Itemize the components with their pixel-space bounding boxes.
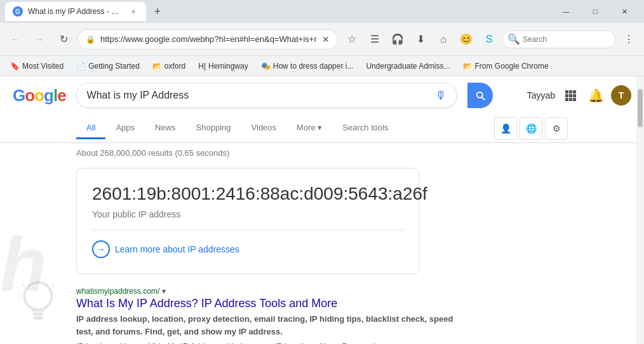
signed-out-icon[interactable]: 👤 bbox=[494, 117, 517, 140]
result-snippet: IP address lookup, location, proxy detec… bbox=[76, 313, 457, 338]
header-right: Tayyab 🔔 T bbox=[527, 85, 631, 106]
results-count: About 268,000,000 results (0.65 seconds) bbox=[76, 148, 568, 158]
active-tab[interactable]: G What is my IP Address - G... × bbox=[5, 2, 146, 21]
title-bar: G What is my IP Address - G... × + — □ ✕ bbox=[0, 0, 644, 23]
tab-favicon: G bbox=[13, 6, 23, 17]
tab-videos[interactable]: Videos bbox=[241, 118, 287, 139]
home-icon[interactable]: ⌂ bbox=[433, 29, 453, 50]
svg-rect-17 bbox=[565, 98, 568, 101]
bookmark-folder-icon: 📂 bbox=[152, 62, 162, 71]
search-button[interactable] bbox=[467, 83, 493, 108]
tab-more[interactable]: More ▾ bbox=[286, 118, 332, 139]
ip-card-divider bbox=[92, 230, 403, 230]
emoji-icon[interactable]: 😊 bbox=[456, 29, 476, 50]
bookmark-h-icon: H| bbox=[198, 62, 206, 71]
scrollbar-thumb[interactable] bbox=[638, 89, 643, 127]
tab-search-tools[interactable]: Search tools bbox=[332, 118, 398, 139]
page-content: h Google 🎙 Tayyab bbox=[0, 76, 644, 344]
svg-rect-11 bbox=[565, 90, 568, 93]
svg-rect-15 bbox=[569, 94, 572, 97]
svg-rect-19 bbox=[573, 98, 576, 101]
minimize-button[interactable]: — bbox=[551, 0, 580, 23]
bookmarks-bar: 🔖 Most Visited 📄 Getting Started 📂 oxfor… bbox=[0, 56, 644, 76]
menu-icon[interactable]: ⋮ bbox=[619, 29, 639, 50]
results-area: About 268,000,000 results (0.65 seconds)… bbox=[0, 143, 644, 344]
scrollbar-track[interactable] bbox=[636, 76, 644, 344]
nav-tabs-container: All Apps News Shopping Videos More ▾ Sea… bbox=[0, 114, 644, 143]
toolbar-icons: ☆ ☰ 🎧 ⬇ ⌂ 😊 S 🔍 ⋮ bbox=[342, 29, 639, 50]
ip-result-card: 2601:19b:8001:2416:88ac:d009:5643:a26f Y… bbox=[76, 168, 419, 274]
download-icon[interactable]: ⬇ bbox=[410, 29, 431, 50]
notifications-button[interactable]: 🔔 bbox=[586, 85, 606, 106]
forward-button[interactable]: → bbox=[29, 29, 50, 50]
search-result-item: whatismyipaddress.com/ ▾ What Is My IP A… bbox=[76, 287, 457, 344]
ip-address-value: 2601:19b:8001:2416:88ac:d009:5643:a26f bbox=[92, 184, 403, 204]
gear-icon[interactable]: ⚙ bbox=[545, 117, 568, 140]
refresh-icon[interactable]: ✕ bbox=[322, 34, 330, 45]
bookmark-from-chrome[interactable]: 📂 From Google Chrome bbox=[458, 60, 554, 72]
bookmark-dapper[interactable]: 🎭 How to dress dapper i... bbox=[256, 60, 359, 72]
location-icon[interactable]: 🌐 bbox=[520, 117, 542, 140]
address-bar: ← → ↻ 🔒 ✕ ☆ ☰ 🎧 ⬇ ⌂ 😊 S 🔍 ⋮ bbox=[0, 23, 644, 56]
user-name: Tayyab bbox=[527, 90, 555, 100]
new-tab-button[interactable]: + bbox=[149, 3, 166, 20]
bookmark-oxford[interactable]: 📂 oxford bbox=[147, 60, 191, 72]
bookmark-undergraduate[interactable]: Undergraduate Admiss... bbox=[361, 60, 455, 72]
svg-rect-12 bbox=[569, 90, 572, 93]
result-dropdown-arrow[interactable]: ▾ bbox=[162, 287, 166, 296]
tab-apps[interactable]: Apps bbox=[105, 118, 145, 139]
bookmark-most-visited[interactable]: 🔖 Most Visited bbox=[5, 60, 69, 72]
bookmark-icon: 🔖 bbox=[10, 62, 20, 71]
arrow-circle-icon: → bbox=[92, 240, 110, 258]
url-bar[interactable]: 🔒 ✕ bbox=[77, 29, 338, 50]
window-controls: — □ ✕ bbox=[551, 0, 639, 23]
bookmark-icon: 📄 bbox=[76, 62, 86, 71]
maximize-button[interactable]: □ bbox=[580, 0, 610, 23]
tab-all[interactable]: All bbox=[76, 118, 105, 139]
svg-rect-16 bbox=[573, 94, 576, 97]
bookmark-folder-icon: 📂 bbox=[463, 62, 473, 71]
google-logo[interactable]: Google bbox=[13, 86, 66, 106]
svg-text:G: G bbox=[15, 8, 20, 15]
settings-icons: 👤 🌐 ⚙ bbox=[494, 114, 568, 142]
tab-news[interactable]: News bbox=[145, 118, 186, 139]
url-input[interactable] bbox=[100, 34, 317, 44]
main-search-input[interactable] bbox=[87, 90, 430, 101]
bookmark-icon: 🎭 bbox=[261, 62, 271, 71]
apps-grid-button[interactable] bbox=[560, 85, 580, 106]
dropdown-arrow-icon: ▾ bbox=[318, 123, 322, 132]
mic-icon[interactable]: 🎙 bbox=[435, 89, 446, 102]
tab-close-btn[interactable]: × bbox=[128, 6, 138, 17]
main-search-bar[interactable]: 🎙 bbox=[76, 83, 457, 108]
reload-button[interactable]: ↻ bbox=[53, 29, 74, 50]
tab-shopping[interactable]: Shopping bbox=[186, 118, 241, 139]
bookmark-hemingway[interactable]: H| Hemingway bbox=[193, 60, 253, 72]
svg-rect-14 bbox=[565, 94, 568, 97]
pocket-icon[interactable]: 🎧 bbox=[387, 29, 408, 50]
skype-icon[interactable]: S bbox=[479, 29, 499, 50]
star-icon[interactable]: ☆ bbox=[342, 29, 362, 50]
svg-rect-18 bbox=[569, 98, 572, 101]
tab-title: What is my IP Address - G... bbox=[28, 7, 123, 16]
search-box-toolbar[interactable]: 🔍 bbox=[502, 31, 616, 48]
lock-icon: 🔒 bbox=[86, 35, 95, 44]
google-header: Google 🎙 Tayyab 🔔 T bbox=[0, 76, 644, 114]
search-toolbar-input[interactable] bbox=[523, 35, 599, 44]
ip-address-label: Your public IP address bbox=[92, 209, 403, 219]
learn-more-link[interactable]: → Learn more about IP addresses bbox=[92, 240, 403, 258]
user-avatar[interactable]: T bbox=[611, 85, 631, 106]
result-url: whatismyipaddress.com/ ▾ bbox=[76, 287, 457, 296]
svg-rect-13 bbox=[573, 90, 576, 93]
back-button[interactable]: ← bbox=[5, 29, 25, 50]
close-button[interactable]: ✕ bbox=[610, 0, 639, 23]
readinglist-icon[interactable]: ☰ bbox=[365, 29, 385, 50]
learn-more-text: Learn more about IP addresses bbox=[115, 244, 239, 254]
search-toolbar-icon: 🔍 bbox=[507, 33, 520, 45]
result-title[interactable]: What Is My IP Address? IP Address Tools … bbox=[76, 297, 457, 310]
bookmark-getting-started[interactable]: 📄 Getting Started bbox=[71, 60, 145, 72]
result-sub-snippet: IP Lookup · How to Hide My IP Address · … bbox=[76, 340, 457, 344]
